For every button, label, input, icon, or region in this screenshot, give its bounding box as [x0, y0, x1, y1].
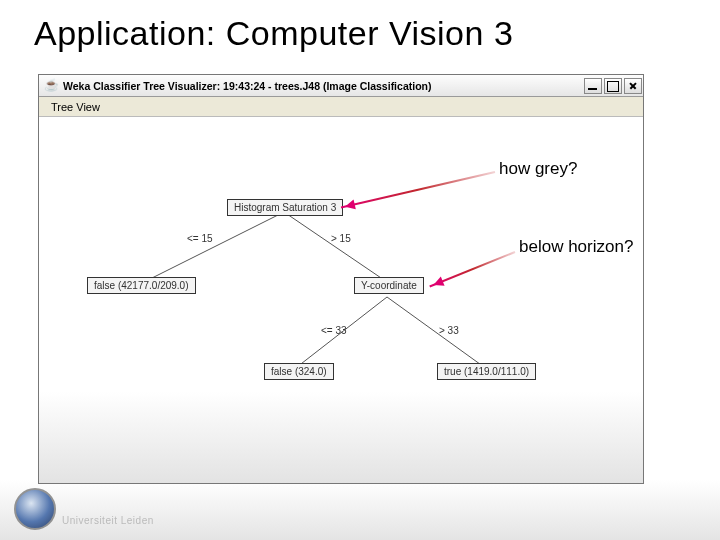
window-title: Weka Classifier Tree Visualizer: 19:43:2…	[63, 80, 583, 92]
weka-window: ☕ Weka Classifier Tree Visualizer: 19:43…	[38, 74, 644, 484]
slide-gradient	[0, 480, 720, 540]
node-leaf-mid-right[interactable]: true (1419.0/111.0)	[437, 363, 536, 380]
slide-title: Application: Computer Vision 3	[0, 0, 720, 63]
edge-root-right: > 15	[331, 233, 351, 244]
window-controls	[583, 76, 643, 96]
university-wordmark: Universiteit Leiden	[62, 515, 154, 526]
menu-tree-view[interactable]: Tree View	[45, 99, 106, 115]
window-titlebar[interactable]: ☕ Weka Classifier Tree Visualizer: 19:43…	[39, 75, 643, 97]
java-icon: ☕	[43, 78, 59, 94]
university-logo-icon	[14, 488, 56, 530]
edge-mid-left: <= 33	[321, 325, 347, 336]
edge-mid-right: > 33	[439, 325, 459, 336]
tree-canvas[interactable]: Histogram Saturation 3 <= 15 > 15 false …	[39, 117, 643, 483]
maximize-button[interactable]	[604, 78, 622, 94]
annotation-below-horizon: below horizon?	[519, 237, 633, 257]
node-root[interactable]: Histogram Saturation 3	[227, 199, 343, 216]
annotation-how-grey: how grey?	[499, 159, 577, 179]
node-ycoord[interactable]: Y-coordinate	[354, 277, 424, 294]
menu-bar: Tree View	[39, 97, 643, 117]
edge-root-left: <= 15	[187, 233, 213, 244]
close-button[interactable]	[624, 78, 642, 94]
svg-line-1	[284, 212, 387, 282]
svg-line-3	[387, 297, 484, 367]
node-leaf-mid-left[interactable]: false (324.0)	[264, 363, 334, 380]
svg-line-0	[144, 212, 284, 282]
minimize-button[interactable]	[584, 78, 602, 94]
node-leaf-left[interactable]: false (42177.0/209.0)	[87, 277, 196, 294]
